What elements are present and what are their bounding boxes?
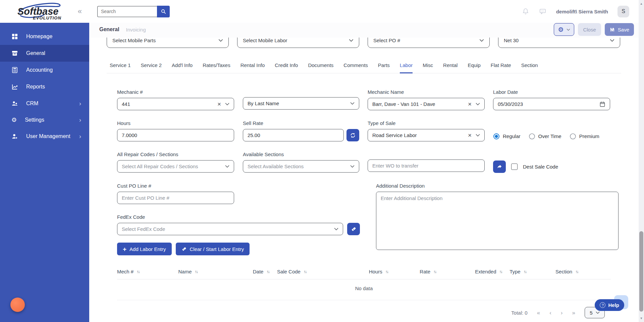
- radio-over-time[interactable]: Over Time: [529, 133, 561, 140]
- tab-general[interactable]: General: [99, 26, 119, 33]
- sell-rate-input[interactable]: [248, 132, 339, 138]
- brand-sub: EVOLUTION: [33, 15, 61, 20]
- column-extended[interactable]: Extended↑↓: [475, 269, 509, 274]
- clear-start-labor-entry-label: Clear / Start Labor Entry: [190, 246, 244, 252]
- sidebar-item-crm[interactable]: CRM ›: [0, 95, 89, 112]
- mobile-parts-select[interactable]: Select Mobile Parts: [107, 38, 229, 48]
- sidebar-item-reports[interactable]: Reports: [0, 78, 89, 95]
- chat-icon[interactable]: [539, 8, 547, 15]
- bell-icon[interactable]: [522, 8, 529, 15]
- scrollbar-thumb[interactable]: [639, 231, 643, 312]
- sort-icon[interactable]: ↑↓: [385, 269, 388, 274]
- tab-comments[interactable]: Comments: [343, 62, 368, 73]
- cust-po-line-field[interactable]: [117, 192, 234, 204]
- add-labor-entry-button[interactable]: + Add Labor Entry: [117, 243, 172, 255]
- labor-date-field[interactable]: [493, 98, 610, 110]
- column-name[interactable]: Name↑↓: [178, 269, 253, 274]
- repair-codes-select[interactable]: Select All Repair Codes / Sections: [117, 160, 234, 173]
- sort-icon[interactable]: ↑↓: [575, 269, 578, 274]
- prev-page-icon[interactable]: ‹: [549, 310, 551, 316]
- terms-select[interactable]: Net 30: [498, 38, 620, 48]
- sort-icon[interactable]: ↑↓: [524, 269, 526, 274]
- scroll-down-icon[interactable]: ▼: [639, 317, 644, 320]
- tab-rental-info[interactable]: Rental Info: [240, 62, 265, 73]
- feedback-widget-button[interactable]: [10, 298, 25, 312]
- column-hours[interactable]: Hours↑↓: [369, 269, 420, 274]
- hours-input[interactable]: [122, 132, 229, 138]
- column-rate[interactable]: Rate↑↓: [420, 269, 475, 274]
- tab-documents[interactable]: Documents: [308, 62, 333, 73]
- sidebar-item-general[interactable]: General: [0, 45, 89, 62]
- sidebar-collapse-icon[interactable]: «: [78, 8, 82, 15]
- radio-regular[interactable]: Regular: [493, 133, 521, 140]
- clear-icon[interactable]: ×: [217, 101, 221, 107]
- cust-po-line-input[interactable]: [122, 195, 229, 201]
- sort-icon[interactable]: ↑↓: [195, 269, 198, 274]
- labor-date-input[interactable]: [498, 101, 599, 107]
- column-date[interactable]: Date↑↓: [253, 269, 277, 274]
- column-type[interactable]: Type↑↓: [509, 269, 555, 274]
- tab-labor[interactable]: Labor: [400, 62, 413, 73]
- scroll-up-icon[interactable]: ▲: [639, 2, 644, 5]
- column-mech-number[interactable]: Mech #↑↓: [117, 269, 178, 274]
- tab-misc[interactable]: Misc: [423, 62, 433, 73]
- tab-service-2[interactable]: Service 2: [141, 62, 162, 73]
- labor-tab-strip: Service 1 Service 2 Add'l Info Rates/Tax…: [107, 62, 621, 73]
- tab-rental[interactable]: Rental: [443, 62, 458, 73]
- first-page-icon[interactable]: «: [537, 310, 540, 316]
- sidebar-item-user-management[interactable]: User Management ›: [0, 128, 89, 145]
- sort-icon[interactable]: ↑↓: [499, 269, 502, 274]
- radio-premium[interactable]: Premium: [570, 133, 599, 140]
- chevron-down-icon: [349, 39, 354, 42]
- clear-icon[interactable]: ×: [468, 101, 472, 107]
- tab-flat-rate[interactable]: Flat Rate: [491, 62, 511, 73]
- tab-rates-taxes[interactable]: Rates/Taxes: [203, 62, 230, 73]
- fedex-code-select[interactable]: Select FedEx Code: [117, 223, 343, 235]
- dest-sale-code-checkbox[interactable]: [511, 164, 518, 170]
- close-button[interactable]: Close: [578, 23, 601, 36]
- avatar[interactable]: S: [618, 6, 629, 17]
- tab-invoicing[interactable]: Invoicing: [126, 27, 146, 33]
- clear-icon[interactable]: ×: [468, 132, 472, 138]
- available-sections-select[interactable]: Select Available Sections: [243, 160, 359, 173]
- tab-parts[interactable]: Parts: [378, 62, 390, 73]
- mechanic-sort-select[interactable]: By Last Name: [243, 97, 359, 110]
- transfer-wo-button[interactable]: [493, 160, 506, 173]
- next-page-icon[interactable]: ›: [561, 310, 563, 316]
- tab-addl-info[interactable]: Add'l Info: [172, 62, 193, 73]
- sell-rate-field[interactable]: [243, 129, 344, 141]
- refresh-rate-button[interactable]: [346, 129, 359, 141]
- additional-description-textarea[interactable]: [376, 192, 619, 250]
- po-number-select[interactable]: Select PO #: [368, 38, 490, 48]
- mechanic-name-combobox[interactable]: Barr, Dave - Van 101 - Dave ×: [368, 98, 485, 110]
- last-page-icon[interactable]: »: [572, 310, 575, 316]
- sort-icon[interactable]: ↑↓: [266, 269, 269, 274]
- clear-start-labor-entry-button[interactable]: Clear / Start Labor Entry: [176, 243, 250, 255]
- save-button[interactable]: Save: [605, 23, 634, 36]
- wo-transfer-input[interactable]: [372, 163, 480, 169]
- mechanic-number-combobox[interactable]: 441 ×: [117, 98, 234, 110]
- sidebar-item-settings[interactable]: ⚙ Settings ›: [0, 112, 89, 128]
- calendar-icon[interactable]: [599, 101, 605, 107]
- vertical-scrollbar[interactable]: ▲ ▼: [639, 0, 644, 322]
- tab-credit-info[interactable]: Credit Info: [275, 62, 298, 73]
- sort-icon[interactable]: ↑↓: [137, 269, 139, 274]
- tab-equip[interactable]: Equip: [468, 62, 480, 73]
- hours-field[interactable]: [117, 129, 234, 141]
- sort-icon[interactable]: ↑↓: [304, 269, 306, 274]
- clear-fedex-button[interactable]: [347, 223, 360, 235]
- wo-transfer-field[interactable]: [368, 159, 485, 172]
- mobile-labor-select[interactable]: Select Mobile Labor: [237, 38, 359, 48]
- search-input[interactable]: [97, 6, 157, 17]
- sidebar-item-homepage[interactable]: Homepage: [0, 28, 89, 45]
- help-button[interactable]: ? Help: [595, 299, 624, 311]
- column-section[interactable]: Section↑↓: [555, 269, 611, 274]
- tab-service-1[interactable]: Service 1: [110, 62, 131, 73]
- search-button[interactable]: [157, 6, 170, 17]
- tab-section[interactable]: Section: [521, 62, 538, 73]
- settings-dropdown-button[interactable]: ⚙: [554, 23, 574, 36]
- sidebar-item-accounting[interactable]: Accounting: [0, 62, 89, 78]
- column-sale-code[interactable]: Sale Code↑↓: [277, 269, 369, 274]
- sort-icon[interactable]: ↑↓: [433, 269, 436, 274]
- type-of-sale-combobox[interactable]: Road Service Labor ×: [368, 129, 485, 141]
